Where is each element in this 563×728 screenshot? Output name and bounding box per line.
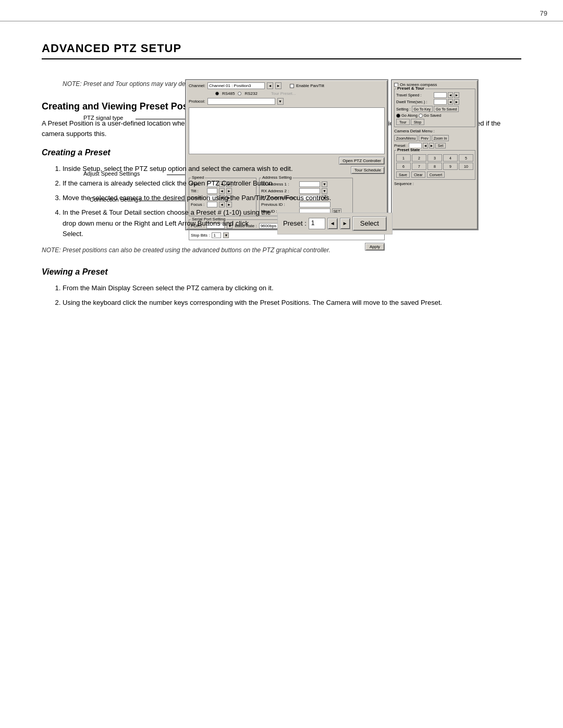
ps-1: 1 <box>396 154 411 162</box>
ps-3: 3 <box>427 154 442 162</box>
ann-ptz-signal: PTZ signal type <box>83 115 123 121</box>
preset-rp-down[interactable]: ◄ <box>423 143 428 149</box>
step1: Inside Setup, select the PTZ setup optio… <box>63 164 521 174</box>
r2[interactable] <box>419 114 423 118</box>
dwell-time-input[interactable] <box>434 99 447 105</box>
ann-line-signal <box>136 119 185 119</box>
travel-speed-input[interactable] <box>434 92 447 98</box>
apply-btn[interactable]: Apply <box>365 243 385 251</box>
top-rule <box>0 21 563 21</box>
protocol-arrow[interactable]: ▼ <box>277 98 284 105</box>
zoom-in-btn[interactable]: Zoom In <box>432 135 449 141</box>
rs485-radio[interactable] <box>215 92 219 95</box>
page-title: ADVANCED PTZ SETUP <box>42 42 521 55</box>
viewing-preset-heading: Viewing a Preset <box>42 267 521 277</box>
tour-btn[interactable]: Tour <box>396 119 410 125</box>
preset-inline-right-btn[interactable]: ► <box>340 218 350 229</box>
view-step2: Using the keyboard click the number keys… <box>63 298 521 308</box>
channel-left-btn[interactable]: ◄ <box>267 82 273 89</box>
page-number: 79 <box>540 9 547 17</box>
step2: If the camera is already selected click … <box>63 178 521 189</box>
preset-inline-dropdown[interactable]: 1 <box>309 218 325 229</box>
protocol-label: Protocol: <box>189 99 205 104</box>
ps-2: 2 <box>412 154 426 162</box>
preset-state-title: Preset State <box>396 147 421 152</box>
select-button[interactable]: Select <box>352 216 387 231</box>
step3: Move the selected camera to the desired … <box>63 193 521 203</box>
page-container: 79 ADVANCED PTZ SETUP PTZ signal type Ad… <box>0 0 563 728</box>
dt-up[interactable]: ► <box>454 99 459 105</box>
view-step1: From the Main Display Screen select the … <box>63 283 521 293</box>
tour-preset-text: Tour Preset... <box>271 91 296 96</box>
go-to-saved-btn[interactable]: Go To Saved <box>434 106 459 112</box>
channel-label: Channel: <box>189 83 205 88</box>
dwell-time-label: Dwell Time(sec.) : <box>396 100 433 104</box>
rs232-radio[interactable] <box>238 92 241 95</box>
preset-inline-label: Preset : <box>283 218 307 229</box>
rs232-label: RS232 <box>244 91 257 96</box>
dt-down[interactable]: ◄ <box>448 99 453 105</box>
channel-right-btn[interactable]: ► <box>275 82 282 89</box>
ts-down[interactable]: ◄ <box>448 92 453 98</box>
camera-detail-label: Camera Detail Menu : <box>394 129 435 133</box>
enable-pantilt-checkbox[interactable] <box>290 84 294 88</box>
title-rule <box>42 58 521 59</box>
ps-5: 5 <box>459 154 473 162</box>
channel-dropdown[interactable]: Channel 01 : Position3 <box>207 82 265 89</box>
stop-btn[interactable]: Stop <box>411 119 424 125</box>
setting-label: Setting : <box>396 107 411 112</box>
ann-line-speed <box>167 175 185 175</box>
ps-4: 4 <box>443 154 458 162</box>
step4: In the Preset & Tour Detail section choo… <box>63 207 521 239</box>
camera-list-area <box>189 107 385 154</box>
go-to-key-btn[interactable]: Go To Key <box>412 106 433 112</box>
enable-pantilt-label: Enable Pan/Tilt <box>296 83 324 88</box>
travel-speed-label: Travel Speed : <box>396 93 433 97</box>
rs485-label: RS485 <box>222 91 235 96</box>
r1[interactable] <box>396 114 400 118</box>
step4-text: In the Preset & Tour Detail section choo… <box>63 207 271 239</box>
preset-inline-ui: Preset : 1 ◄ ► Select <box>277 213 393 235</box>
prev-btn[interactable]: Prev <box>419 135 430 141</box>
protocol-dropdown[interactable] <box>207 98 275 105</box>
zoom-menu-btn[interactable]: Zoom/Menu <box>394 135 418 141</box>
preset-tour-title: Preset & Tour <box>396 86 425 91</box>
preset-inline-left-btn[interactable]: ◄ <box>327 218 338 229</box>
preset-rp-up[interactable]: ► <box>429 143 434 149</box>
preset-rp-set-btn[interactable]: Set <box>435 143 446 149</box>
ts-up[interactable]: ► <box>454 92 459 98</box>
